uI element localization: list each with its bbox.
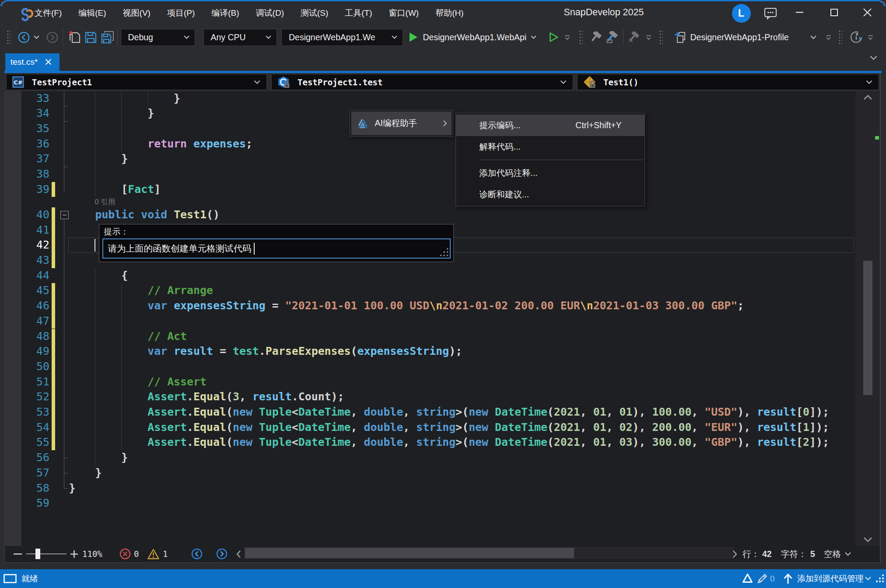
hscroll-right-arrow[interactable] [732,546,738,562]
menu-文件(F)[interactable]: 文件(F) [26,1,70,25]
breakpoint-margin[interactable] [5,91,21,546]
chevron-down-icon [870,56,877,60]
menu-帮助(H)[interactable]: 帮助(H) [427,1,472,25]
context-menu-item-ai-assistant[interactable]: AI编程助手 [351,112,452,136]
account-avatar[interactable]: L [732,4,751,23]
submenu-item[interactable]: 诊断和建议... [456,184,644,205]
menu-编译(B)[interactable]: 编译(B) [203,1,247,25]
line-indicator-value[interactable]: 42 [762,546,772,562]
code-editor[interactable]: 33 }34 }3536 return expenses;37 }3839 [F… [5,91,880,546]
navigate-back-button[interactable] [18,25,30,49]
tab-close-icon[interactable] [45,59,52,65]
tab-label: test.cs* [11,57,38,67]
background-task-icon[interactable] [4,569,17,588]
close-button[interactable] [858,1,878,23]
line-number: 43 [22,253,49,268]
line-number: 47 [22,314,49,329]
menu-窗口(W)[interactable]: 窗口(W) [381,1,427,25]
build-options-dropdown[interactable] [645,25,652,49]
build-solution-button[interactable] [591,25,602,49]
zoom-in-button[interactable] [70,546,78,562]
zoom-slider[interactable] [26,546,67,562]
menu-编辑(E)[interactable]: 编辑(E) [70,1,114,25]
zoom-out-button[interactable] [14,546,22,562]
navigate-back-dropdown[interactable] [34,25,39,49]
configuration-combobox[interactable]: Debug [121,29,195,46]
source-control-button[interactable]: 添加到源代码管理 [797,569,864,588]
cancel-build-button[interactable] [628,25,639,49]
navigate-backward-icon[interactable] [191,546,203,562]
project-dropdown[interactable]: C# TestProject1 [6,74,267,90]
type-dropdown[interactable]: TestProject1.test [271,74,573,90]
menu-测试(S)[interactable]: 测试(S) [292,1,336,25]
resize-grip-icon[interactable] [439,247,448,256]
toolbar-grip[interactable] [659,29,663,46]
ai-assistant-status-icon[interactable] [741,569,754,588]
push-icon[interactable] [783,569,793,588]
errors-button[interactable]: 0 [119,546,139,562]
toolbar-grip[interactable] [838,29,842,46]
context-submenu: 提示编码...Ctrl+Shift+Y解释代码...添加代码注释...诊断和建议… [455,113,645,206]
publish-profile-label: DesignerWebApp1-Profile [690,32,789,42]
zoom-level[interactable]: 110% [82,546,102,562]
hscroll-left-arrow[interactable] [236,546,241,562]
tab-list-dropdown[interactable] [870,56,877,60]
scroll-down-icon[interactable] [863,537,872,542]
column-indicator-value[interactable]: 5 [810,546,815,562]
source-control-dropdown-icon[interactable] [865,569,871,588]
feedback-icon[interactable] [764,7,777,20]
scroll-up-icon[interactable] [863,94,872,100]
toolbar-separator [623,29,624,46]
menu-工具(T)[interactable]: 工具(T) [336,1,380,25]
build-project-button[interactable] [606,25,619,49]
collapse-region-button[interactable] [60,211,69,219]
save-all-button[interactable] [101,25,115,49]
menu-separator [480,160,643,160]
toolbar-options-dropdown[interactable] [867,25,874,49]
minimize-button[interactable] [790,1,810,23]
feedback-diagnostics-button[interactable] [850,25,863,49]
platform-combobox[interactable]: Any CPU [203,29,277,46]
prompt-input[interactable]: 请为上面的函数创建单元格测试代码 [102,238,451,259]
toolbar-grip[interactable] [579,29,583,46]
save-button[interactable] [84,25,97,49]
publish-profile-button[interactable]: DesignerWebApp1-Profile [674,25,789,49]
toolbar-separator [63,29,63,46]
member-dropdown[interactable]: Test1() [577,74,879,90]
run-options-dropdown[interactable] [564,25,571,49]
window-title: SnapDevelop 2025 [564,1,644,25]
circle-back-icon [191,548,203,560]
menu-调试(D)[interactable]: 调试(D) [248,1,292,25]
publish-options-dropdown[interactable] [825,25,832,49]
navigate-forward-icon[interactable] [216,546,228,562]
warnings-button[interactable]: 1 [147,546,168,562]
run-button[interactable]: DesignerWebApp1.WebApi [409,25,537,49]
navigate-forward-button[interactable] [46,25,58,49]
save-icon [84,31,97,44]
codelens-references[interactable]: 0 引用 [95,197,115,207]
whitespace-dropdown-icon[interactable] [845,546,851,562]
vertical-scrollbar-thumb[interactable] [863,261,872,395]
save-all-icon [101,31,115,44]
line-number: 33 [22,91,49,106]
maximize-button[interactable] [824,1,844,23]
run-without-debug-button[interactable] [549,25,559,49]
code-line-51: // Assert [69,374,207,390]
submenu-item[interactable]: 添加代码注释... [456,162,644,184]
whitespace-indicator[interactable]: 空格 [824,546,841,562]
publish-profile-dropdown[interactable] [810,25,816,49]
horizontal-scrollbar-thumb[interactable] [245,548,574,558]
pending-edits-icon[interactable] [756,569,768,588]
code-line-45: // Arrange [69,283,213,298]
new-file-button[interactable] [68,25,81,49]
member-name: Test1() [603,77,638,87]
modified-line-marker [52,374,56,390]
submenu-item[interactable]: 解释代码... [456,136,644,158]
menu-视图(V)[interactable]: 视图(V) [115,1,159,25]
startup-project-combobox[interactable]: DesignerWebApp1.We [281,29,403,46]
menu-项目(P)[interactable]: 项目(P) [159,1,203,25]
submenu-item[interactable]: 提示编码...Ctrl+Shift+Y [456,115,644,136]
tab-test-cs[interactable]: test.cs* [5,53,60,71]
window-resize-grip[interactable] [875,569,885,588]
toolbar-grip[interactable] [7,29,11,46]
